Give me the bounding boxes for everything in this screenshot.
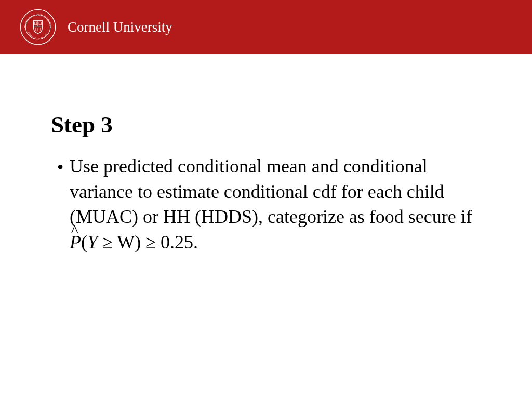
svg-text:FOUNDED A.D. 1865: FOUNDED A.D. 1865 <box>28 32 48 40</box>
university-seal-icon: CORNELL UNIVERSITY FOUNDED A.D. 1865 <box>20 9 56 45</box>
svg-rect-6 <box>35 22 37 25</box>
var-w: W <box>117 232 135 252</box>
svg-rect-7 <box>39 22 41 25</box>
bullet-item: • Use predicted conditional mean and con… <box>51 154 480 255</box>
paren-close: ) <box>135 232 141 252</box>
bullet-marker-icon: • <box>51 154 70 180</box>
institution-name: Cornell University <box>68 19 172 35</box>
p-hat-symbol: P <box>70 230 81 255</box>
slide-header: CORNELL UNIVERSITY FOUNDED A.D. 1865 Cor… <box>0 0 532 54</box>
geq-1: ≥ <box>98 232 117 252</box>
bullet-intro-text: Use predicted conditional mean and condi… <box>70 156 472 227</box>
period: . <box>193 232 198 252</box>
bullet-text: Use predicted conditional mean and condi… <box>70 154 480 255</box>
svg-point-10 <box>24 26 25 28</box>
var-y: Y <box>87 232 98 252</box>
paren-open: ( <box>81 232 87 252</box>
formula: P(Y ≥ W) ≥ 0.25. <box>70 232 198 252</box>
threshold-value: 0.25 <box>161 232 193 252</box>
svg-point-11 <box>50 26 51 28</box>
slide-body: Step 3 • Use predicted conditional mean … <box>0 54 532 255</box>
slide-title: Step 3 <box>51 111 480 138</box>
geq-2: ≥ <box>141 232 161 252</box>
